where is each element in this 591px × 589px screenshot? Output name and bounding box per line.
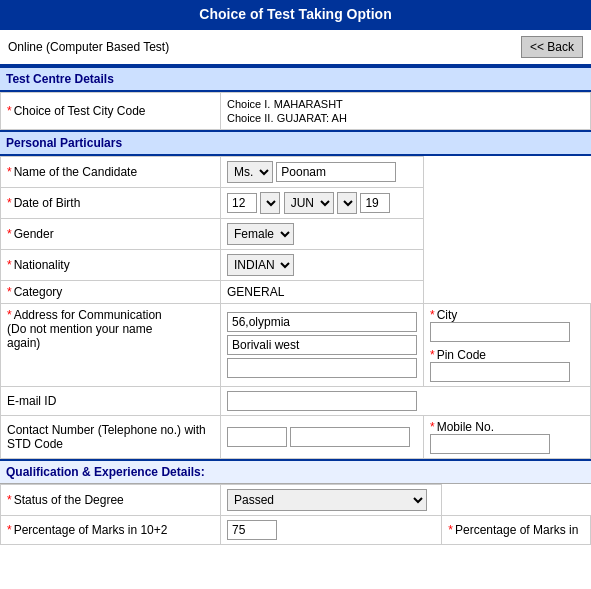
gender-row: *Gender Female Male xyxy=(1,219,591,250)
city-pin-cell: *City *Pin Code xyxy=(424,304,591,387)
choice-values-cell: Choice I. MAHARASHT Choice II. GUJARAT: … xyxy=(221,93,591,130)
dob-input-cell: JUN JAN xyxy=(221,188,424,219)
degree-status-label-cell: *Status of the Degree xyxy=(1,485,221,516)
email-input-cell xyxy=(221,387,591,416)
dob-month-select[interactable]: JUN JAN xyxy=(284,192,334,214)
degree-status-select[interactable]: Passed Appearing Completed xyxy=(227,489,427,511)
gender-select[interactable]: Female Male xyxy=(227,223,294,245)
back-button[interactable]: << Back xyxy=(521,36,583,58)
test-centre-table: *Choice of Test City Code Choice I. MAHA… xyxy=(0,92,591,130)
city-code-label: *Choice of Test City Code xyxy=(1,93,221,130)
dob-row: *Date of Birth JUN JAN xyxy=(1,188,591,219)
personal-table: *Name of the Candidate Ms. Mr. Dr. *Date… xyxy=(0,156,591,459)
marks-input-cell xyxy=(221,516,442,545)
dob-year-input[interactable] xyxy=(360,193,390,213)
address-input-cell xyxy=(221,304,424,387)
contact-input-cell xyxy=(221,416,424,459)
marks-input[interactable] xyxy=(227,520,277,540)
city-label: City xyxy=(437,308,458,322)
qualification-table: *Status of the Degree Passed Appearing C… xyxy=(0,484,591,545)
marks-label2-cell: *Percentage of Marks in xyxy=(442,516,591,545)
address-label-cell: *Address for Communication(Do not mentio… xyxy=(1,304,221,387)
category-value-cell: GENERAL xyxy=(221,281,424,304)
email-row: E-mail ID xyxy=(1,387,591,416)
nationality-select[interactable]: INDIAN xyxy=(227,254,294,276)
address-line2-input[interactable] xyxy=(227,335,417,355)
city-input[interactable] xyxy=(430,322,570,342)
online-label: Online (Computer Based Test) xyxy=(8,40,169,54)
personal-section-header: Personal Particulars xyxy=(0,130,591,156)
gender-label-cell: *Gender xyxy=(1,219,221,250)
contact-row: Contact Number (Telephone no.) with STD … xyxy=(1,416,591,459)
marks-label2: Percentage of Marks in xyxy=(455,523,578,537)
std-input[interactable] xyxy=(227,427,287,447)
degree-status-row: *Status of the Degree Passed Appearing C… xyxy=(1,485,591,516)
address-line1-input[interactable] xyxy=(227,312,417,332)
gender-input-cell: Female Male xyxy=(221,219,424,250)
nationality-input-cell: INDIAN xyxy=(221,250,424,281)
mobile-input[interactable] xyxy=(430,434,550,454)
choice2-value: GUJARAT: AH xyxy=(277,112,347,124)
city-code-row: *Choice of Test City Code Choice I. MAHA… xyxy=(1,93,591,130)
phone-input[interactable] xyxy=(290,427,410,447)
name-input-cell: Ms. Mr. Dr. xyxy=(221,157,424,188)
dob-month-arrow[interactable] xyxy=(337,192,357,214)
name-prefix-select[interactable]: Ms. Mr. Dr. xyxy=(227,161,273,183)
nationality-label-cell: *Nationality xyxy=(1,250,221,281)
dob-label-cell: *Date of Birth xyxy=(1,188,221,219)
qualification-section-header: Qualification & Experience Details: xyxy=(0,459,591,484)
name-row: *Name of the Candidate Ms. Mr. Dr. xyxy=(1,157,591,188)
mobile-cell: *Mobile No. xyxy=(424,416,591,459)
nationality-row: *Nationality INDIAN xyxy=(1,250,591,281)
category-label-cell: *Category xyxy=(1,281,221,304)
choice1-label: Choice I. xyxy=(227,98,270,110)
address-line3-input[interactable] xyxy=(227,358,417,378)
choice2-label: Choice II. xyxy=(227,112,273,124)
marks-row: *Percentage of Marks in 10+2 *Percentage… xyxy=(1,516,591,545)
dob-day-input[interactable] xyxy=(227,193,257,213)
degree-status-input-cell: Passed Appearing Completed xyxy=(221,485,442,516)
pin-label: Pin Code xyxy=(437,348,486,362)
online-bar: Online (Computer Based Test) << Back xyxy=(0,28,591,66)
dob-day-select[interactable] xyxy=(260,192,280,214)
test-centre-section-header: Test Centre Details xyxy=(0,66,591,92)
page-title: Choice of Test Taking Option xyxy=(0,0,591,28)
category-value: GENERAL xyxy=(227,285,284,299)
choice1-value: MAHARASHT xyxy=(274,98,343,110)
name-input[interactable] xyxy=(276,162,396,182)
email-input[interactable] xyxy=(227,391,417,411)
pin-input[interactable] xyxy=(430,362,570,382)
name-label-cell: *Name of the Candidate xyxy=(1,157,221,188)
category-row: *Category GENERAL xyxy=(1,281,591,304)
address-row: *Address for Communication(Do not mentio… xyxy=(1,304,591,387)
mobile-label: Mobile No. xyxy=(437,420,494,434)
email-label-cell: E-mail ID xyxy=(1,387,221,416)
contact-label-cell: Contact Number (Telephone no.) with STD … xyxy=(1,416,221,459)
marks-label-cell: *Percentage of Marks in 10+2 xyxy=(1,516,221,545)
